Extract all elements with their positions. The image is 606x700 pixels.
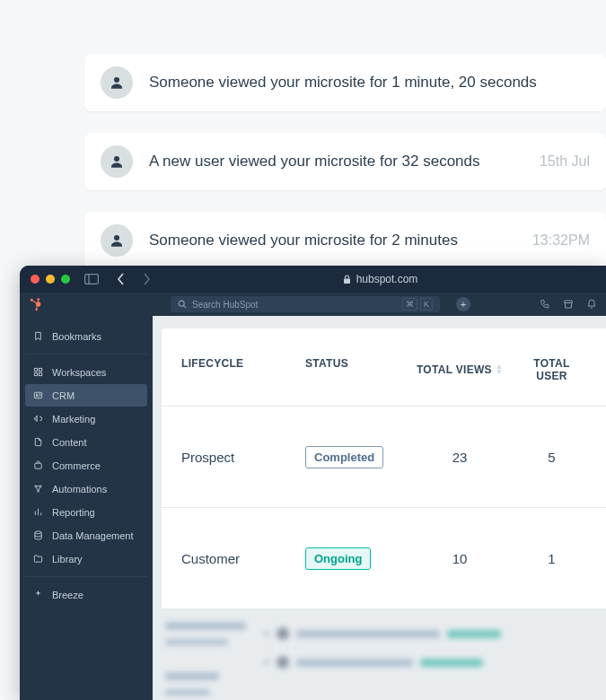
notification-stack: Someone viewed your microsite for 1 minu… [84, 54, 606, 269]
status-badge: Ongoing [305, 547, 371, 570]
search-shortcut: ⌘K [402, 298, 433, 311]
notifications-icon[interactable] [586, 299, 597, 310]
sparkle-icon [32, 589, 44, 600]
column-header-views[interactable]: TOTAL VIEWS ▲▼ [402, 357, 517, 382]
sidebar-item-data-management[interactable]: Data Management [25, 524, 147, 547]
svg-point-23 [40, 486, 41, 487]
svg-point-8 [31, 299, 33, 302]
table-header-row: LIFECYCLE STATUS TOTAL VIEWS ▲▼ TOTAL US… [162, 328, 606, 407]
svg-rect-3 [85, 275, 99, 284]
sidebar: Bookmarks Workspaces CRM Marketing Conte… [20, 316, 153, 700]
app-header: ⌘K + [20, 293, 606, 316]
user-avatar-icon [101, 66, 133, 99]
notification-text: Someone viewed your microsite for 2 minu… [149, 232, 516, 249]
sidebar-item-reporting[interactable]: Reporting [25, 501, 147, 523]
notification-text: A new user viewed your microsite for 32 … [149, 153, 523, 171]
search-icon [178, 300, 187, 309]
svg-point-13 [179, 301, 184, 306]
svg-point-2 [114, 235, 119, 241]
sidebar-item-workspaces[interactable]: Workspaces [25, 361, 147, 383]
user-avatar-icon [101, 145, 133, 178]
svg-rect-15 [34, 368, 37, 371]
bars-icon [32, 506, 44, 518]
cell-status: Ongoing [305, 547, 402, 570]
cell-users: 5 [517, 450, 586, 465]
svg-rect-5 [344, 278, 350, 284]
traffic-lights [31, 275, 70, 284]
cell-status: Completed [305, 446, 402, 468]
sidebar-item-label: Bookmarks [52, 331, 101, 342]
sidebar-item-label: Content [52, 437, 87, 448]
notification-card[interactable]: Someone viewed your microsite for 2 minu… [84, 212, 606, 269]
notification-time: 15th Jul [540, 153, 590, 170]
svg-rect-21 [35, 463, 41, 468]
data-table: LIFECYCLE STATUS TOTAL VIEWS ▲▼ TOTAL US… [162, 328, 606, 609]
sidebar-item-label: Reporting [52, 507, 95, 518]
svg-rect-16 [39, 368, 41, 371]
sidebar-item-label: Commerce [52, 460, 101, 471]
add-button[interactable]: + [456, 297, 470, 311]
sidebar-item-commerce[interactable]: Commerce [25, 454, 147, 477]
address-text: hubspot.com [356, 273, 418, 285]
svg-point-22 [35, 486, 37, 487]
sidebar-item-content[interactable]: Content [25, 431, 147, 453]
notification-card[interactable]: Someone viewed your microsite for 1 minu… [84, 54, 606, 111]
table-row[interactable]: Prospect Completed 23 5 [162, 407, 606, 508]
svg-point-20 [36, 394, 38, 396]
sort-icon: ▲▼ [496, 364, 503, 375]
sidebar-item-label: Data Management [52, 530, 134, 541]
sidebar-item-marketing[interactable]: Marketing [25, 407, 147, 430]
sidebar-toggle-icon[interactable] [84, 274, 99, 284]
sidebar-item-automations[interactable]: Automations [25, 477, 147, 500]
cell-lifecycle: Prospect [181, 450, 305, 465]
browser-window: hubspot.com ⌘K + [20, 266, 606, 700]
automation-icon [32, 483, 44, 494]
minimize-window-icon[interactable] [46, 275, 55, 284]
svg-point-9 [35, 309, 37, 311]
maximize-window-icon[interactable] [61, 275, 70, 284]
column-header-lifecycle[interactable]: LIFECYCLE [181, 357, 305, 382]
status-badge: Completed [305, 446, 383, 468]
svg-rect-18 [39, 372, 41, 375]
table-row[interactable]: Customer Ongoing 10 1 [162, 508, 606, 609]
phone-icon[interactable] [540, 299, 550, 310]
lock-icon [343, 275, 351, 284]
column-header-status[interactable]: STATUS [305, 357, 402, 382]
app-body: Bookmarks Workspaces CRM Marketing Conte… [20, 316, 606, 700]
sidebar-item-label: Breeze [52, 590, 83, 600]
column-header-users[interactable]: TOTAL USER [517, 357, 586, 382]
sidebar-item-label: Marketing [52, 414, 95, 424]
sidebar-item-breeze[interactable]: Breeze [25, 583, 147, 606]
svg-point-0 [114, 77, 119, 83]
hubspot-logo-icon[interactable] [29, 297, 43, 311]
svg-rect-17 [34, 372, 37, 375]
notification-card[interactable]: A new user viewed your microsite for 32 … [84, 133, 606, 190]
search-input[interactable] [192, 300, 397, 310]
nav-back-icon[interactable] [117, 273, 125, 285]
megaphone-icon [32, 413, 44, 424]
svg-line-14 [184, 306, 187, 309]
cell-lifecycle: Customer [181, 551, 305, 566]
svg-point-7 [37, 298, 40, 301]
sidebar-item-bookmarks[interactable]: Bookmarks [25, 325, 147, 347]
svg-point-25 [35, 531, 41, 534]
grid-icon [32, 366, 44, 378]
svg-line-11 [33, 301, 37, 302]
nav-forward-icon[interactable] [143, 273, 151, 285]
notification-text: Someone viewed your microsite for 1 minu… [149, 74, 574, 92]
page-icon [32, 436, 44, 448]
sidebar-item-library[interactable]: Library [25, 547, 147, 570]
marketplace-icon[interactable] [563, 299, 574, 310]
svg-point-24 [38, 490, 40, 492]
sidebar-item-label: Automations [52, 484, 107, 494]
user-avatar-icon [101, 224, 133, 257]
address-bar[interactable]: hubspot.com [165, 273, 595, 285]
bookmark-icon [32, 330, 44, 342]
cell-views: 10 [402, 551, 517, 566]
database-icon [32, 529, 44, 541]
close-window-icon[interactable] [31, 275, 40, 284]
browser-titlebar: hubspot.com [20, 266, 606, 293]
sidebar-item-crm[interactable]: CRM [25, 384, 147, 407]
search-bar[interactable]: ⌘K [171, 296, 440, 312]
svg-point-1 [114, 156, 119, 162]
